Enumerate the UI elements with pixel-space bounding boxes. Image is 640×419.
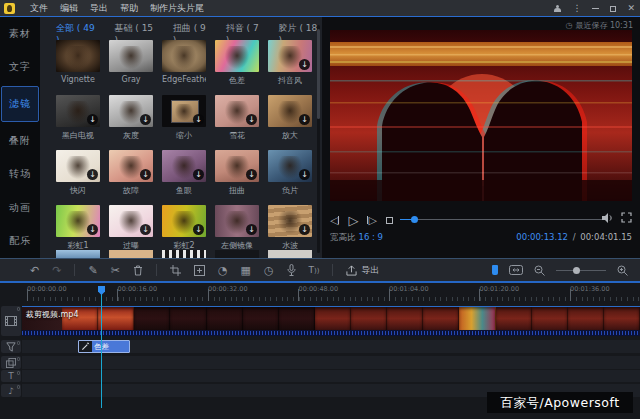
filter-item[interactable]: ↓抖音风 — [268, 40, 312, 95]
filter-item[interactable]: ↓快闪 — [56, 150, 100, 205]
track-lock-icon[interactable] — [17, 341, 20, 345]
text-to-speech-icon[interactable]: T)) — [309, 266, 320, 275]
filter-thumbnail: ↓ — [56, 95, 100, 127]
video-clip[interactable] — [22, 306, 640, 330]
edit-icon[interactable]: ✎ — [88, 265, 97, 276]
stop-button[interactable] — [386, 217, 393, 224]
previous-frame-button[interactable]: ◁ — [330, 215, 339, 226]
filter-thumbnail[interactable] — [109, 250, 153, 258]
menu-item[interactable]: 文件 — [24, 2, 54, 15]
menu-item[interactable]: 制作片头片尾 — [144, 2, 210, 15]
delete-icon[interactable] — [133, 265, 143, 276]
menu-item[interactable]: 帮助 — [114, 2, 144, 15]
zoom-out-icon[interactable] — [534, 265, 545, 276]
filter-item[interactable]: 色差 — [215, 40, 259, 95]
film-frame — [134, 307, 170, 330]
seek-slider[interactable] — [400, 219, 606, 221]
redo-icon[interactable]: ↷ — [52, 265, 61, 276]
video-track-header[interactable] — [1, 306, 21, 336]
marker-icon[interactable] — [492, 265, 498, 275]
filter-item[interactable]: ↓扭曲 — [215, 150, 259, 205]
sidebar-tab[interactable]: 素材 — [0, 17, 40, 51]
speed-icon[interactable]: ◔ — [218, 265, 228, 276]
volume-icon[interactable] — [601, 212, 613, 224]
close-button[interactable]: ✕ — [627, 4, 635, 13]
timeline-zoom-slider[interactable] — [556, 267, 606, 274]
filter-item[interactable]: EdgeFeather — [162, 40, 206, 95]
download-icon: ↓ — [193, 169, 204, 180]
maximize-button[interactable] — [610, 6, 616, 12]
window-controls: ⋮ ✕ — [553, 0, 635, 17]
overlay-track-header[interactable] — [1, 356, 21, 369]
filter-clip[interactable]: 色差 — [78, 340, 130, 353]
fit-timeline-icon[interactable] — [509, 265, 523, 275]
split-scissors-icon[interactable]: ✂ — [111, 265, 120, 276]
playhead-line[interactable] — [101, 294, 102, 408]
filter-thumbnail: ↓ — [215, 205, 259, 237]
fullscreen-icon[interactable] — [621, 212, 632, 223]
watermark: 百家号/Apowersoft — [487, 392, 633, 413]
seek-handle[interactable] — [411, 216, 418, 223]
menu-item[interactable]: 导出 — [84, 2, 114, 15]
music-track-header[interactable]: ♪ — [1, 384, 21, 397]
sidebar-tab[interactable]: 动画 — [0, 191, 40, 225]
menu-item[interactable]: 编辑 — [54, 2, 84, 15]
filter-item[interactable]: ↓缩小 — [162, 95, 206, 150]
zoom-crop-icon[interactable] — [194, 265, 205, 276]
filter-name: 放大 — [268, 130, 312, 141]
sidebar-tab[interactable]: 叠附 — [0, 124, 40, 158]
film-frame — [423, 307, 459, 330]
mosaic-icon[interactable]: ▦ — [240, 265, 250, 276]
scrollbar-thumb[interactable] — [317, 29, 320, 119]
track-lock-icon[interactable] — [17, 371, 20, 375]
zoom-slider-handle[interactable] — [573, 267, 580, 274]
zoom-in-icon[interactable] — [617, 265, 628, 276]
more-menu-icon[interactable]: ⋮ — [572, 4, 581, 13]
filter-item[interactable]: ↓黑白电视 — [56, 95, 100, 150]
scrollbar[interactable] — [317, 25, 320, 253]
app-logo-icon[interactable] — [4, 3, 15, 14]
filter-item[interactable]: ↓雪花 — [215, 95, 259, 150]
filter-thumbnail[interactable] — [268, 250, 312, 258]
aspect-ratio-value[interactable]: 16 : 9 — [359, 232, 384, 242]
sidebar-tab[interactable]: 转场 — [0, 157, 40, 191]
filter-item[interactable]: Gray — [109, 40, 153, 95]
filter-item[interactable]: Vignette — [56, 40, 100, 95]
filter-item[interactable]: ↓负片 — [268, 150, 312, 205]
minimize-button[interactable] — [592, 8, 599, 9]
account-icon[interactable] — [553, 5, 561, 13]
track-lock-icon[interactable] — [17, 307, 20, 311]
next-frame-button[interactable]: ▷ — [367, 215, 376, 226]
track-lock-icon[interactable] — [17, 357, 20, 361]
filter-item[interactable]: ↓灰度 — [109, 95, 153, 150]
divider — [332, 264, 333, 276]
filter-item[interactable]: ↓鱼眼 — [162, 150, 206, 205]
video-preview[interactable] — [330, 30, 632, 201]
filter-thumbnail[interactable] — [56, 250, 100, 258]
track-lock-icon[interactable] — [17, 385, 20, 389]
sidebar-tab[interactable]: 配乐 — [0, 224, 40, 258]
export-button[interactable]: 导出 — [346, 264, 379, 277]
play-button[interactable]: ▷ — [348, 214, 358, 227]
filter-track-header[interactable] — [1, 340, 21, 353]
filter-panel: 全部 ( 49 )基础 ( 15 )扭曲 ( 9 )抖音 ( 7 )胶片 ( 1… — [40, 17, 322, 258]
time-ruler[interactable]: 00:00:00.0000:00:16.0000:00:32.0000:00:4… — [0, 283, 640, 302]
record-mic-icon[interactable] — [287, 264, 296, 276]
filter-item[interactable]: ↓放大 — [268, 95, 312, 150]
filter-thumbnail[interactable] — [162, 250, 206, 258]
crop-icon[interactable] — [170, 265, 181, 276]
filter-thumbnail[interactable] — [215, 250, 259, 258]
text-track-header[interactable]: T — [1, 370, 21, 382]
sidebar-tab[interactable]: 滤镜 — [1, 86, 39, 122]
text-icon: T — [8, 371, 14, 381]
download-icon: ↓ — [193, 224, 204, 235]
filter-name: Gray — [109, 75, 153, 84]
undo-icon[interactable]: ↶ — [30, 265, 39, 276]
film-frame — [459, 307, 495, 330]
filter-item[interactable]: ↓故障 — [109, 150, 153, 205]
filter-name: 鱼眼 — [162, 185, 206, 196]
film-frame — [207, 307, 243, 330]
duration-icon[interactable]: ◷ — [264, 265, 274, 276]
sidebar-tab[interactable]: 文字 — [0, 51, 40, 85]
film-icon — [5, 316, 17, 326]
